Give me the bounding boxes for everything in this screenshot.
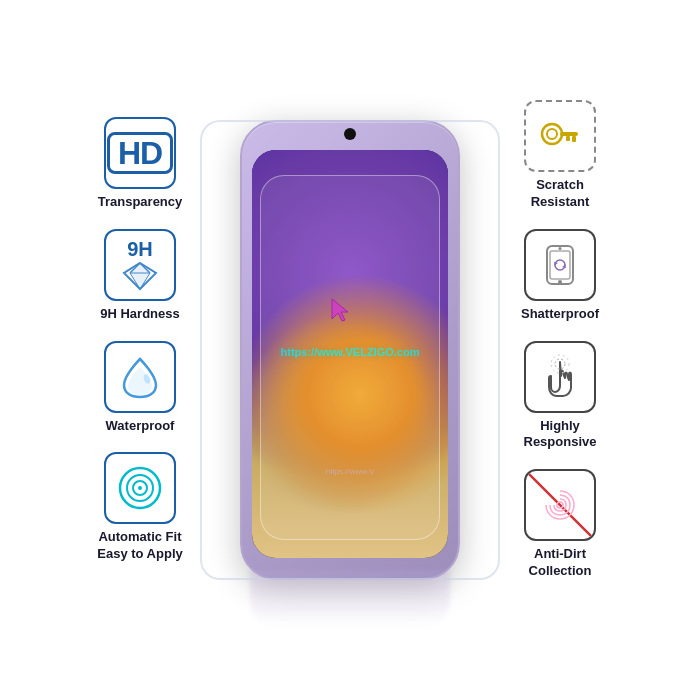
velzigo-watermark2: https://www.V xyxy=(326,467,374,476)
scratch-label: ScratchResistant xyxy=(531,177,590,211)
diamond-icon xyxy=(122,261,158,291)
phone-shield-icon xyxy=(537,242,583,288)
cursor-arrow xyxy=(330,297,352,327)
phone-area: https://www.VELZIGO.com https://www.V xyxy=(210,70,490,630)
hd-text: HD xyxy=(107,132,173,174)
9h-icon-box: 9H xyxy=(104,229,176,301)
svg-rect-15 xyxy=(566,136,570,141)
target-circle-icon xyxy=(115,463,165,513)
phone-screen: https://www.VELZIGO.com https://www.V xyxy=(252,150,448,558)
feature-waterproof: Waterproof xyxy=(104,341,176,435)
svg-rect-17 xyxy=(550,251,570,279)
9h-label: 9H Hardness xyxy=(100,306,179,323)
feature-shatterproof: Shatterproof xyxy=(521,229,599,323)
svg-point-18 xyxy=(558,280,562,284)
water-icon-box xyxy=(104,341,176,413)
9h-text: 9H xyxy=(127,239,153,259)
water-label: Waterproof xyxy=(106,418,175,435)
scratch-icon-box xyxy=(524,100,596,172)
main-container: HD Transparency 9H 9H Hardness xyxy=(0,0,700,700)
svg-rect-13 xyxy=(560,132,578,136)
svg-point-12 xyxy=(547,129,557,139)
touch-hand-icon xyxy=(537,354,583,400)
finger-icon-box xyxy=(524,469,596,541)
shatter-icon-box xyxy=(524,229,596,301)
svg-rect-14 xyxy=(572,136,576,142)
auto-fit-label: Automatic FitEasy to Apply xyxy=(97,529,182,563)
responsive-label: HighlyResponsive xyxy=(524,418,597,452)
phone-notch xyxy=(344,128,356,140)
svg-point-19 xyxy=(559,247,562,250)
svg-point-9 xyxy=(138,486,142,490)
touch-icon-box xyxy=(524,341,596,413)
feature-highly-responsive: HighlyResponsive xyxy=(524,341,597,452)
svg-point-11 xyxy=(542,124,562,144)
feature-anti-dirt: Anti-DirtCollection xyxy=(524,469,596,580)
key-icon xyxy=(536,116,584,156)
feature-9h-hardness: 9H 9H Hardness xyxy=(100,229,179,323)
feature-hd-transparency: HD Transparency xyxy=(98,117,183,211)
screen-content: https://www.VELZIGO.com https://www.V xyxy=(252,150,448,558)
water-drop-icon xyxy=(120,355,160,399)
left-features: HD Transparency 9H 9H Hardness xyxy=(80,117,200,563)
9h-content: 9H xyxy=(122,239,158,291)
hd-label: Transparency xyxy=(98,194,183,211)
hd-icon-box: HD xyxy=(104,117,176,189)
svg-marker-10 xyxy=(332,299,348,321)
phone-body: https://www.VELZIGO.com https://www.V xyxy=(240,120,460,580)
feature-scratch-resistant: ScratchResistant xyxy=(524,100,596,211)
right-features: ScratchResistant Shatterproof xyxy=(500,100,620,580)
target-icon-box xyxy=(104,452,176,524)
anti-dirt-label: Anti-DirtCollection xyxy=(529,546,592,580)
phone-reflection xyxy=(250,570,450,630)
svg-line-24 xyxy=(526,471,594,539)
shatter-label: Shatterproof xyxy=(521,306,599,323)
fingerprint-no-icon xyxy=(526,471,594,539)
velzigo-watermark: https://www.VELZIGO.com xyxy=(281,346,420,358)
feature-auto-fit: Automatic FitEasy to Apply xyxy=(97,452,182,563)
